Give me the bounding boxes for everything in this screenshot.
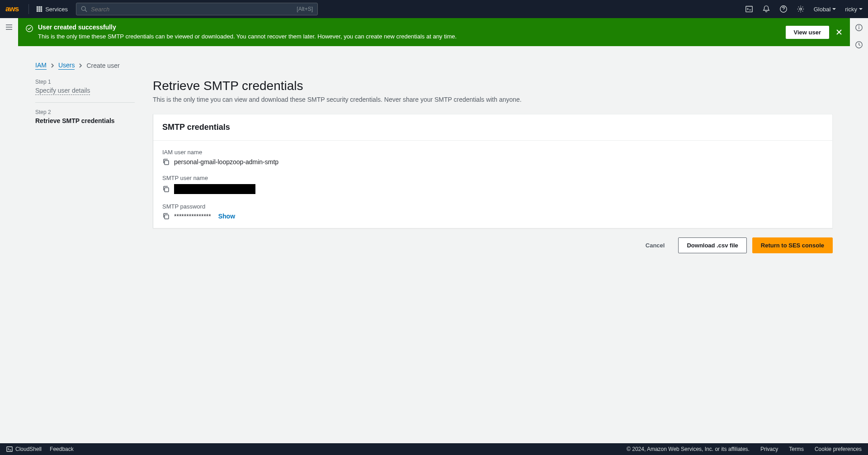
banner-description: This is the only time these SMTP credent… <box>38 33 786 41</box>
feedback-link[interactable]: Feedback <box>50 446 74 452</box>
breadcrumb-current: Create user <box>86 62 119 69</box>
hamburger-icon <box>5 23 13 31</box>
smtp-username-redacted <box>174 184 255 194</box>
action-buttons: Cancel Download .csv file Return to SES … <box>153 237 833 253</box>
right-rail <box>850 18 868 49</box>
copy-icon[interactable] <box>162 185 170 193</box>
search-icon <box>81 6 87 12</box>
sidebar-toggle[interactable] <box>0 18 18 36</box>
smtp-password-field: SMTP password *************** Show <box>162 203 823 220</box>
download-csv-button[interactable]: Download .csv file <box>678 237 746 253</box>
svg-rect-4 <box>38 8 40 10</box>
iam-username-value: personal-gmail-loopzoop-admin-smtp <box>174 158 278 166</box>
topnav-right: Global ricky <box>745 5 863 13</box>
panel-body: IAM user name personal-gmail-loopzoop-ad… <box>153 141 832 228</box>
page-description: This is the only time you can view and d… <box>153 96 833 103</box>
chevron-right-icon <box>78 63 83 68</box>
breadcrumb-iam[interactable]: IAM <box>35 62 47 70</box>
smtp-password-value-row: *************** Show <box>162 213 823 220</box>
svg-rect-25 <box>165 188 169 192</box>
cloudshell-label: CloudShell <box>15 446 42 452</box>
smtp-password-masked: *************** <box>174 213 211 220</box>
content-panel: Retrieve SMTP credentials This is the on… <box>153 79 833 253</box>
smtp-credentials-panel: SMTP credentials IAM user name personal-… <box>153 114 833 228</box>
cookie-preferences-link[interactable]: Cookie preferences <box>815 446 862 452</box>
step-1-number: Step 1 <box>35 79 135 85</box>
wizard-navigation: Step 1 Specify user details Step 2 Retri… <box>35 79 135 253</box>
panel-header: SMTP credentials <box>153 114 832 141</box>
smtp-username-field: SMTP user name <box>162 175 823 194</box>
svg-rect-26 <box>165 215 169 219</box>
wizard-step-2: Step 2 Retrieve SMTP credentials <box>35 109 135 133</box>
footer-right: © 2024, Amazon Web Services, Inc. or its… <box>627 446 862 452</box>
user-label: ricky <box>845 6 857 13</box>
services-menu[interactable]: Services <box>33 4 71 14</box>
step-1-link[interactable]: Specify user details <box>35 87 90 95</box>
svg-rect-3 <box>37 8 38 10</box>
top-navigation: aws Services [Alt+S] Global ricky <box>0 0 868 18</box>
copyright-text: © 2024, Amazon Web Services, Inc. or its… <box>627 446 750 452</box>
banner-title: User created successfully <box>38 24 786 31</box>
svg-rect-2 <box>41 6 42 8</box>
svg-rect-8 <box>41 10 42 12</box>
breadcrumbs: IAM Users Create user <box>35 62 833 70</box>
services-label: Services <box>45 6 68 13</box>
page-title: Retrieve SMTP credentials <box>153 79 833 93</box>
svg-rect-1 <box>38 6 40 8</box>
search-box[interactable]: [Alt+S] <box>76 3 318 15</box>
panel-title: SMTP credentials <box>162 123 823 132</box>
svg-point-13 <box>799 8 802 10</box>
divider <box>28 4 29 14</box>
search-hint: [Alt+S] <box>297 6 313 12</box>
cancel-button[interactable]: Cancel <box>637 237 673 253</box>
chevron-right-icon <box>50 63 55 68</box>
view-user-button[interactable]: View user <box>786 26 829 39</box>
svg-rect-7 <box>38 10 40 12</box>
notifications-icon[interactable] <box>762 5 770 13</box>
privacy-link[interactable]: Privacy <box>760 446 778 452</box>
region-selector[interactable]: Global <box>814 6 836 13</box>
svg-rect-11 <box>746 6 752 12</box>
svg-point-9 <box>81 6 85 10</box>
close-icon[interactable] <box>835 28 843 36</box>
wizard-step-1: Step 1 Specify user details <box>35 79 135 103</box>
copy-icon[interactable] <box>162 213 170 220</box>
search-input[interactable] <box>91 6 297 13</box>
svg-rect-24 <box>165 161 169 165</box>
help-icon[interactable] <box>779 5 788 13</box>
caret-down-icon <box>832 7 836 11</box>
step-2-label: Retrieve SMTP credentials <box>35 117 135 124</box>
diagnostics-icon[interactable] <box>855 41 863 49</box>
settings-icon[interactable] <box>797 5 805 13</box>
copy-icon[interactable] <box>162 158 170 166</box>
aws-logo[interactable]: aws <box>5 5 19 14</box>
footer-left: CloudShell Feedback <box>6 446 74 452</box>
svg-rect-5 <box>41 8 42 10</box>
iam-username-label: IAM user name <box>162 149 823 156</box>
grid-icon <box>36 6 42 12</box>
return-ses-button[interactable]: Return to SES console <box>752 237 833 253</box>
terms-link[interactable]: Terms <box>789 446 804 452</box>
svg-rect-6 <box>37 10 38 12</box>
success-icon <box>25 24 33 33</box>
cloudshell-link[interactable]: CloudShell <box>6 446 42 452</box>
content-row: Step 1 Specify user details Step 2 Retri… <box>35 79 833 253</box>
region-label: Global <box>814 6 831 13</box>
step-2-number: Step 2 <box>35 109 135 115</box>
success-banner: User created successfully This is the on… <box>18 18 850 46</box>
cloudshell-icon[interactable] <box>745 5 753 13</box>
smtp-username-label: SMTP user name <box>162 175 823 181</box>
footer: CloudShell Feedback © 2024, Amazon Web S… <box>0 443 868 455</box>
account-menu[interactable]: ricky <box>845 6 863 13</box>
svg-line-10 <box>85 10 87 12</box>
svg-rect-0 <box>37 6 38 8</box>
breadcrumb-users[interactable]: Users <box>58 62 75 70</box>
svg-rect-27 <box>7 447 12 452</box>
info-icon[interactable] <box>855 24 863 32</box>
caret-down-icon <box>859 7 863 11</box>
show-password-link[interactable]: Show <box>218 213 235 220</box>
smtp-username-value-row <box>162 184 823 194</box>
smtp-password-label: SMTP password <box>162 203 823 210</box>
iam-username-value-row: personal-gmail-loopzoop-admin-smtp <box>162 158 823 166</box>
banner-content: User created successfully This is the on… <box>38 24 786 41</box>
